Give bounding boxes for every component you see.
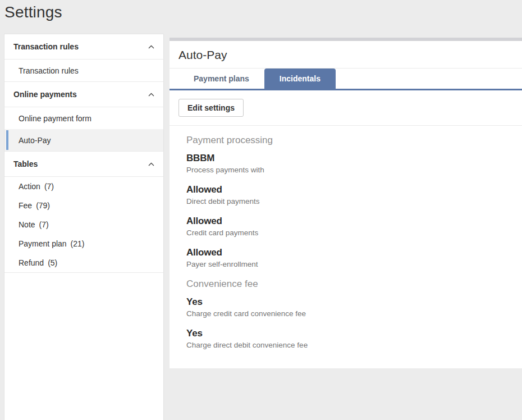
- field-value: Allowed: [186, 247, 513, 258]
- sidebar-item-payment-plan[interactable]: Payment plan (21): [4, 234, 163, 253]
- main-panel: Auto-Pay Payment plans Incidentals Edit …: [170, 38, 522, 368]
- group-header-transaction-rules[interactable]: Transaction rules: [4, 34, 163, 60]
- settings-readout: Payment processing BBBM Process payments…: [170, 126, 522, 368]
- field-label: Charge credit card convenience fee: [186, 309, 513, 318]
- sidebar-item-count: (7): [39, 220, 49, 229]
- sidebar-item-label: Fee: [19, 201, 32, 210]
- setting-field-direct-debit-payments: Allowed Direct debit payments: [186, 184, 513, 206]
- field-value: Yes: [186, 296, 513, 308]
- sidebar-item-label: Auto-Pay: [19, 136, 51, 145]
- section-heading-convenience-fee: Convenience fee: [186, 279, 513, 290]
- content-title: Auto-Pay: [170, 41, 522, 69]
- sidebar-item-label: Action: [19, 182, 40, 191]
- section-heading-payment-processing: Payment processing: [186, 135, 513, 146]
- sidebar-item-transaction-rules[interactable]: Transaction rules: [4, 60, 163, 81]
- tab-bar: Payment plans Incidentals: [170, 69, 522, 90]
- group-header-online-payments[interactable]: Online payments: [4, 82, 163, 107]
- sidebar-item-fee[interactable]: Fee (79): [4, 196, 163, 215]
- setting-field-direct-debit-convenience-fee: Yes Charge direct debit convenience fee: [186, 328, 513, 350]
- setting-field-payer-self-enrollment: Allowed Payer self-enrollment: [186, 247, 513, 269]
- group-header-label: Transaction rules: [13, 42, 79, 51]
- field-value: Allowed: [186, 216, 513, 227]
- sidebar-item-action[interactable]: Action (7): [4, 177, 163, 196]
- sidebar-item-count: (21): [71, 239, 85, 248]
- group-header-tables[interactable]: Tables: [4, 152, 163, 177]
- sidebar-item-label: Refund: [19, 258, 44, 267]
- sidebar-item-label: Online payment form: [19, 114, 91, 123]
- group-header-label: Online payments: [13, 90, 77, 99]
- sidebar-item-auto-pay[interactable]: Auto-Pay: [4, 129, 163, 151]
- sidebar-group-online-payments: Online payments Online payment form Auto…: [4, 82, 163, 152]
- field-label: Payer self-enrollment: [186, 260, 513, 269]
- sidebar-group-tables: Tables Action (7) Fee (79) Note (7) Paym…: [4, 152, 163, 273]
- field-label: Credit card payments: [186, 229, 513, 238]
- setting-field-credit-card-convenience-fee: Yes Charge credit card convenience fee: [186, 296, 513, 318]
- setting-field-credit-card-payments: Allowed Credit card payments: [186, 216, 513, 238]
- sidebar-item-label: Transaction rules: [19, 66, 79, 75]
- sidebar-group-transaction-rules: Transaction rules Transaction rules: [4, 34, 163, 82]
- sidebar-item-count: (5): [48, 258, 57, 267]
- sidebar-item-count: (7): [44, 182, 54, 191]
- tab-incidentals[interactable]: Incidentals: [264, 69, 336, 89]
- setting-field-process-payments-with: BBBM Process payments with: [186, 153, 513, 175]
- sidebar-item-label: Note: [19, 220, 35, 229]
- chevron-up-icon: [148, 45, 154, 49]
- sidebar-item-note[interactable]: Note (7): [4, 215, 163, 234]
- field-value: Allowed: [186, 184, 513, 195]
- settings-page: Settings Transaction rules Transaction r…: [0, 0, 522, 420]
- sidebar-item-refund[interactable]: Refund (5): [4, 253, 163, 272]
- settings-sidebar: Transaction rules Transaction rules Onli…: [4, 34, 164, 420]
- toolbar: Edit settings: [170, 90, 522, 125]
- field-label: Direct debit payments: [186, 197, 513, 206]
- edit-settings-button[interactable]: Edit settings: [178, 99, 244, 117]
- sidebar-item-label: Payment plan: [19, 239, 67, 248]
- field-value: BBBM: [186, 153, 513, 164]
- field-value: Yes: [186, 328, 513, 339]
- sidebar-item-count: (79): [36, 201, 50, 210]
- chevron-up-icon: [148, 162, 154, 166]
- sidebar-item-online-payment-form[interactable]: Online payment form: [4, 107, 163, 129]
- auto-pay-card: Auto-Pay Payment plans Incidentals Edit …: [170, 41, 522, 368]
- field-label: Charge direct debit convenience fee: [186, 341, 513, 350]
- group-header-label: Tables: [13, 159, 38, 168]
- chevron-up-icon: [148, 93, 154, 97]
- field-label: Process payments with: [186, 166, 513, 175]
- page-title: Settings: [4, 3, 62, 21]
- tab-payment-plans[interactable]: Payment plans: [178, 69, 264, 89]
